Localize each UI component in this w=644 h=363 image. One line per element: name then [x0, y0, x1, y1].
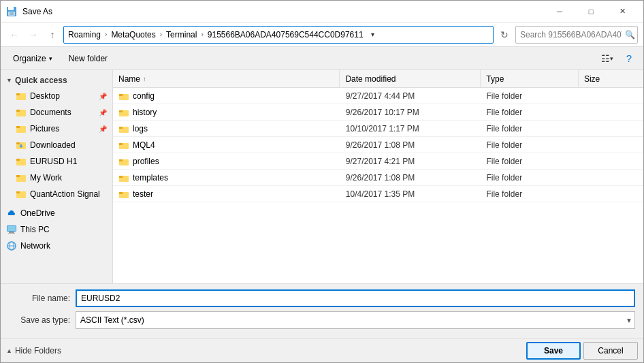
quick-access-chevron: ▼: [6, 77, 12, 84]
sidebar-item-downloaded-label: Downloaded: [30, 140, 107, 150]
file-name-cell: history: [113, 104, 340, 120]
cancel-button[interactable]: Cancel: [583, 342, 638, 360]
file-size-cell: [579, 121, 643, 136]
pin-icon-desktop: 📌: [99, 93, 107, 100]
file-name-cell: MQL4: [113, 137, 340, 153]
filename-input[interactable]: [76, 289, 635, 307]
path-roaming: Roaming: [68, 30, 101, 40]
pin-icon-pictures: 📌: [99, 125, 107, 133]
mywork-folder-icon: [16, 172, 27, 183]
search-box: 🔍: [515, 26, 638, 44]
file-size-cell: [579, 170, 643, 185]
quantaction-folder-icon: [16, 189, 27, 200]
table-row[interactable]: profiles 9/27/2017 4:21 PM File folder: [113, 153, 643, 170]
svg-rect-32: [119, 143, 123, 145]
table-row[interactable]: config 9/27/2017 4:44 PM File folder: [113, 88, 643, 104]
hide-folders-chevron: ▲: [6, 347, 12, 354]
toolbar: Organize ▾ New folder ☷ ▾ ?: [1, 47, 643, 70]
sidebar-item-network[interactable]: Network: [1, 238, 112, 254]
new-folder-button[interactable]: New folder: [62, 50, 114, 67]
path-terminal: Terminal: [166, 30, 197, 40]
title-bar-controls: ─ □ ✕: [544, 1, 638, 22]
help-icon: ?: [626, 52, 632, 64]
sort-indicator: ↑: [143, 76, 146, 82]
file-type-cell: File folder: [481, 170, 578, 185]
maximize-button[interactable]: □: [575, 1, 607, 22]
search-input[interactable]: [520, 30, 622, 40]
pin-icon-documents: 📌: [99, 109, 107, 116]
quick-access-header[interactable]: ▼ Quick access: [1, 73, 112, 88]
table-row[interactable]: logs 10/10/2017 1:17 PM File folder: [113, 121, 643, 137]
file-type-cell: File folder: [481, 186, 578, 202]
table-row[interactable]: templates 9/26/2017 1:08 PM File folder: [113, 170, 643, 186]
hide-folders-row: ▲ Hide Folders Save Cancel: [1, 338, 643, 362]
hide-folders-link[interactable]: Hide Folders: [15, 346, 61, 356]
svg-rect-3: [10, 12, 14, 15]
view-options-button[interactable]: ☷ ▾: [597, 50, 617, 67]
svg-rect-5: [16, 93, 20, 95]
sidebar-item-onedrive-label: OneDrive: [20, 208, 107, 218]
downloaded-folder-icon: [16, 140, 27, 151]
col-date-header[interactable]: Date modified: [340, 70, 481, 87]
table-row[interactable]: tester 10/4/2017 1:35 PM File folder: [113, 186, 643, 202]
view-dropdown-icon: ▾: [610, 55, 613, 62]
sidebar-item-eurusd[interactable]: EURUSD H1: [1, 153, 112, 170]
quick-access-label: Quick access: [15, 76, 67, 85]
sidebar-item-documents[interactable]: Documents 📌: [1, 104, 112, 121]
sidebar-item-downloaded[interactable]: Downloaded: [1, 137, 112, 153]
svg-rect-38: [119, 192, 123, 194]
filetype-row: Save as type: ASCII Text (*.csv)CSV (*.c…: [9, 311, 635, 329]
sidebar-item-thispc[interactable]: This PC: [1, 221, 112, 238]
file-date-cell: 9/27/2017 4:21 PM: [340, 153, 481, 169]
forward-button[interactable]: →: [25, 27, 42, 43]
filetype-select[interactable]: ASCII Text (*.csv)CSV (*.csv)Tab delimit…: [76, 311, 635, 329]
sidebar-item-pictures[interactable]: Pictures 📌: [1, 121, 112, 137]
svg-rect-26: [119, 94, 123, 96]
file-date-cell: 9/26/2017 10:17 PM: [340, 104, 481, 120]
organize-button[interactable]: Organize ▾: [6, 50, 59, 67]
path-metaquotes: MetaQuotes: [111, 30, 155, 40]
file-type-cell: File folder: [481, 88, 578, 104]
address-path[interactable]: Roaming › MetaQuotes › Terminal › 915566…: [63, 26, 494, 44]
sidebar-item-quantaction[interactable]: QuantAction Signal: [1, 186, 112, 202]
sidebar-item-quantaction-label: QuantAction Signal: [30, 189, 107, 199]
refresh-button[interactable]: ↻: [496, 27, 513, 43]
view-icon: ☷: [601, 53, 610, 64]
svg-rect-11: [16, 142, 20, 144]
col-size-header[interactable]: Size: [579, 70, 643, 87]
folder-icon: [118, 140, 129, 151]
minimize-button[interactable]: ─: [544, 1, 575, 22]
close-button[interactable]: ✕: [607, 1, 638, 22]
svg-rect-20: [9, 232, 14, 233]
table-row[interactable]: history 9/26/2017 10:17 PM File folder: [113, 104, 643, 121]
help-button[interactable]: ?: [620, 50, 638, 67]
file-name-cell: profiles: [113, 153, 340, 169]
svg-rect-34: [119, 159, 123, 161]
file-size-cell: [579, 186, 643, 202]
sidebar-item-mywork[interactable]: My Work: [1, 170, 112, 186]
up-button[interactable]: ↑: [44, 27, 61, 43]
path-dropdown-button[interactable]: ▾: [366, 26, 380, 44]
file-type-cell: File folder: [481, 137, 578, 153]
col-name-header[interactable]: Name ↑: [113, 70, 340, 87]
svg-rect-30: [119, 127, 123, 129]
title-bar: Save As ─ □ ✕: [1, 1, 643, 22]
path-sep-1: ›: [105, 31, 107, 38]
back-button[interactable]: ←: [6, 27, 22, 43]
sidebar-item-desktop[interactable]: Desktop 📌: [1, 88, 112, 104]
svg-rect-7: [16, 110, 20, 112]
filetype-select-wrapper: ASCII Text (*.csv)CSV (*.csv)Tab delimit…: [76, 311, 635, 329]
file-type-cell: File folder: [481, 104, 578, 120]
address-bar: ← → ↑ Roaming › MetaQuotes › Terminal › …: [1, 22, 643, 47]
folder-icon: [118, 172, 129, 183]
col-type-header[interactable]: Type: [481, 70, 579, 87]
save-button[interactable]: Save: [526, 342, 581, 360]
svg-rect-1: [8, 7, 14, 10]
file-type-cell: File folder: [481, 153, 578, 169]
table-row[interactable]: MQL4 9/26/2017 1:08 PM File folder: [113, 137, 643, 153]
svg-rect-13: [16, 159, 20, 161]
eurusd-folder-icon: [16, 156, 27, 167]
pictures-folder-icon: [16, 123, 27, 134]
folder-icon: [118, 123, 129, 134]
sidebar-item-onedrive[interactable]: OneDrive: [1, 205, 112, 221]
